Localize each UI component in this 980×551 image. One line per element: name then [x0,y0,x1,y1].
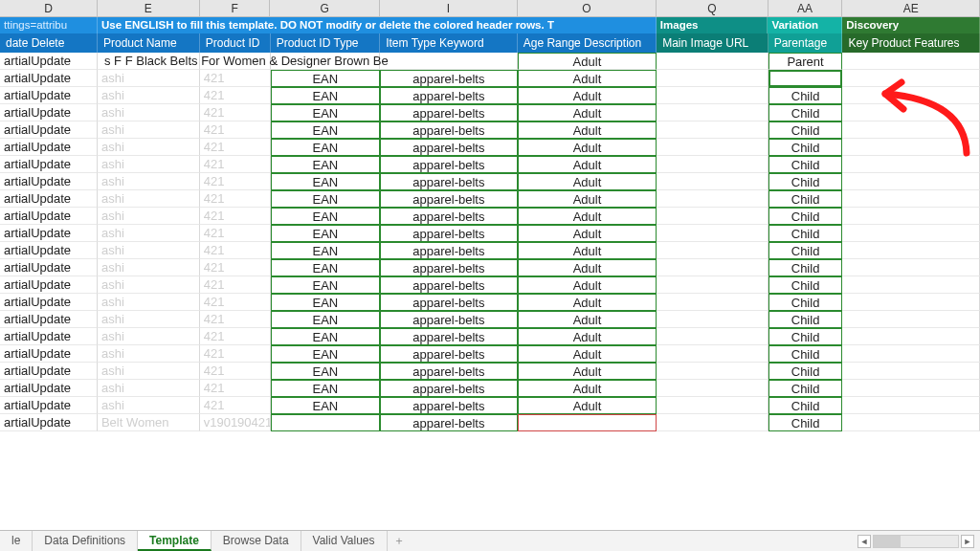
table-row[interactable]: artialUpdateashi421EANapparel-beltsAdult… [0,242,980,259]
cell-main-image[interactable] [657,87,768,104]
table-row[interactable]: artialUpdateashi421EANapparel-beltsAdult… [0,328,980,345]
cell-main-image[interactable] [657,380,768,397]
cell-main-image[interactable] [657,259,768,276]
cell-product-name[interactable]: ashi [98,70,200,87]
cell-parentage[interactable]: Child [768,294,843,311]
cell-main-image[interactable] [657,242,768,259]
cell-parentage[interactable]: Child [768,208,843,225]
cell-product-id-type[interactable]: EAN [271,190,381,208]
table-row[interactable]: artialUpdateashi421EANapparel-beltsAdult… [0,104,980,121]
cell-features[interactable] [842,276,980,294]
cell-product-name[interactable]: ashi [98,225,200,242]
cell-main-image[interactable] [657,173,768,190]
cell-update[interactable]: artialUpdate [0,276,98,294]
table-row[interactable]: artialUpdateashi421EANapparel-beltsAdult… [0,363,980,380]
cell-update[interactable]: artialUpdate [0,225,98,242]
cell-features[interactable] [842,139,980,156]
cell-parentage[interactable]: Child [768,173,843,190]
cell-product-id[interactable]: 421 [200,311,271,328]
col-letter[interactable]: I [380,0,518,16]
cell-product-name[interactable]: ashi [98,242,200,259]
cell-product-name[interactable]: ashi [98,104,200,121]
cell-age-range[interactable]: Adult [518,139,657,156]
cell-main-image[interactable] [657,190,768,208]
cell-main-image[interactable] [657,363,768,380]
cell-features[interactable] [842,345,980,363]
cell-update[interactable]: artialUpdate [0,397,98,414]
cell-age-range[interactable]: Adult [518,190,657,208]
cell-product-id[interactable] [200,53,271,70]
sheet-tab[interactable]: Template [138,531,212,551]
cell-update[interactable]: artialUpdate [0,104,98,121]
cell-product-name[interactable]: ashi [98,156,200,173]
col-letter[interactable]: AA [768,0,843,16]
cell-age-range[interactable]: Adult [518,294,657,311]
cell-parentage[interactable]: Child [768,345,843,363]
cell-product-id-type[interactable]: EAN [271,173,381,190]
cell-features[interactable] [842,156,980,173]
cell-product-id[interactable]: 421 [200,397,271,414]
cell-item-type[interactable]: apparel-belts [380,104,518,121]
cell-age-range[interactable]: Adult [518,53,657,70]
cell-parentage[interactable]: Child [768,397,843,414]
cell-parentage[interactable]: Child [768,242,843,259]
horizontal-scroll[interactable]: ◄ ► [852,531,980,551]
cell-age-range[interactable]: Adult [518,242,657,259]
cell-product-id-type[interactable]: EAN [271,87,381,104]
table-row[interactable]: artialUpdateashi421EANapparel-beltsAdult… [0,208,980,225]
table-row[interactable]: artialUpdateashi421EANapparel-beltsAdult… [0,397,980,414]
cell-product-id[interactable]: 421 [200,225,271,242]
cell-product-id-type[interactable]: EAN [271,294,381,311]
table-row[interactable]: artialUpdateashi421EANapparel-beltsAdult… [0,276,980,294]
cell-update[interactable]: artialUpdate [0,156,98,173]
cell-item-type[interactable]: apparel-belts [380,173,518,190]
table-row[interactable]: artialUpdateashi421EANapparel-beltsAdult… [0,121,980,139]
scroll-thumb[interactable] [874,536,901,547]
cell-update[interactable]: artialUpdate [0,53,98,70]
cell-features[interactable] [842,397,980,414]
cell-item-type[interactable]: apparel-belts [380,70,518,87]
cell-age-range[interactable]: Adult [518,259,657,276]
cell-product-id[interactable]: 421 [200,104,271,121]
cell-age-range[interactable]: Adult [518,121,657,139]
cell-main-image[interactable] [657,139,768,156]
table-row[interactable]: artialUpdateashi421EANapparel-beltsAdult… [0,345,980,363]
cell-item-type[interactable] [380,53,518,70]
table-row[interactable]: artialUpdateashi421EANapparel-beltsAdult [0,70,980,87]
cell-update[interactable]: artialUpdate [0,414,98,431]
cell-age-range[interactable]: Adult [518,363,657,380]
cell-update[interactable]: artialUpdate [0,139,98,156]
cell-product-id[interactable]: 421 [200,294,271,311]
cell-main-image[interactable] [657,328,768,345]
cell-features[interactable] [842,104,980,121]
add-sheet-button[interactable]: ＋ [388,531,411,551]
cell-parentage[interactable]: Child [768,156,843,173]
cell-parentage[interactable]: Parent [768,53,843,70]
cell-product-id[interactable]: 421 [200,87,271,104]
cell-features[interactable] [842,208,980,225]
cell-age-range[interactable]: Adult [518,397,657,414]
cell-features[interactable] [842,311,980,328]
cell-main-image[interactable] [657,414,768,431]
table-row[interactable]: artialUpdateashi421EANapparel-beltsAdult… [0,139,980,156]
cell-parentage[interactable]: Child [768,311,843,328]
cell-product-name[interactable]: ashi [98,190,200,208]
cell-product-name[interactable]: ashi [98,121,200,139]
cell-update[interactable]: artialUpdate [0,87,98,104]
cell-product-name[interactable]: ashi [98,294,200,311]
cell-main-image[interactable] [657,121,768,139]
cell-item-type[interactable]: apparel-belts [380,397,518,414]
cell-features[interactable] [842,414,980,431]
col-letter[interactable]: O [518,0,657,16]
cell-item-type[interactable]: apparel-belts [380,121,518,139]
scroll-right-button[interactable]: ► [961,535,974,548]
cell-features[interactable] [842,121,980,139]
cell-main-image[interactable] [657,104,768,121]
cell-age-range[interactable]: Adult [518,311,657,328]
cell-product-id-type[interactable]: EAN [271,276,381,294]
cell-product-name[interactable]: ashi [98,276,200,294]
cell-main-image[interactable] [657,345,768,363]
cell-product-name[interactable]: ashi [98,173,200,190]
sheet-tab[interactable]: Valid Values [301,531,388,551]
cell-features[interactable] [842,70,980,87]
